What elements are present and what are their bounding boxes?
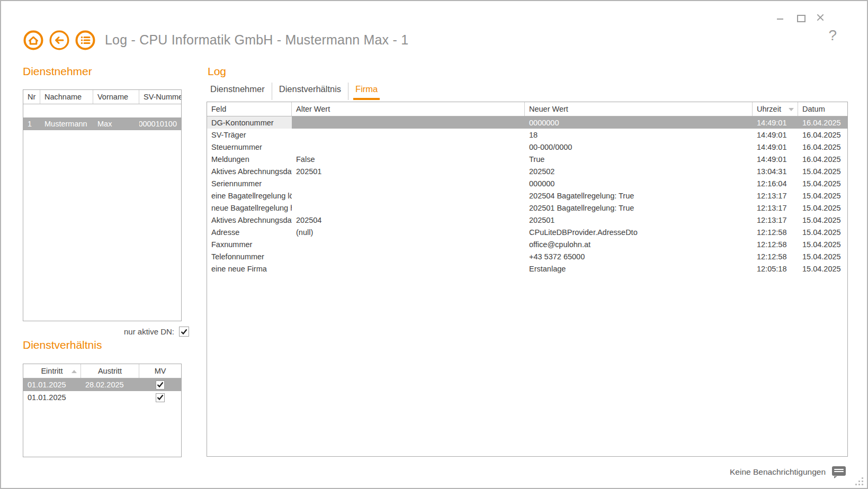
- log-cell: Adresse: [207, 226, 292, 238]
- log-cell: office@cpulohn.at: [525, 238, 753, 250]
- log-cell: 15.04.2025: [798, 214, 847, 226]
- log-cell: 12:13:17: [753, 189, 798, 202]
- navigation-bar: [23, 30, 95, 50]
- log-cell: Meldungen: [207, 153, 292, 165]
- table-row[interactable]: MeldungenFalseTrue14:49:0116.04.2025: [207, 153, 847, 165]
- home-icon[interactable]: [23, 30, 43, 50]
- checkmark-icon: [157, 382, 164, 388]
- log-cell: 12:16:04: [753, 177, 798, 189]
- column-header[interactable]: Austritt: [81, 364, 139, 378]
- dn-svnummer-cell: 0000010100: [139, 117, 181, 130]
- tab-firma[interactable]: Firma: [348, 83, 384, 100]
- log-cell: [292, 262, 525, 275]
- table-row[interactable]: neue Bagatellregelung hi...202501 Bagate…: [207, 202, 847, 214]
- back-icon[interactable]: [49, 30, 69, 50]
- log-cell: Faxnummer: [207, 238, 292, 250]
- resize-grip-icon[interactable]: [855, 477, 864, 486]
- table-row[interactable]: 01.01.202528.02.2025: [23, 378, 181, 391]
- close-icon[interactable]: [817, 14, 824, 21]
- dienstverhaeltnis-heading: Dienstverhältnis: [23, 339, 102, 351]
- log-cell: 12:13:17: [753, 214, 798, 226]
- log-cell: 14:49:01: [753, 153, 798, 165]
- status-bar: Keine Benachrichtigungen: [730, 466, 846, 478]
- column-header[interactable]: Alter Wert: [292, 102, 525, 116]
- dn-table-body: 1MustermannMax0000010100: [23, 117, 181, 130]
- table-row[interactable]: DG-Kontonummer000000014:49:0116.04.2025: [207, 116, 847, 129]
- column-header[interactable]: SV-Nummer: [139, 90, 181, 104]
- checkmark-icon: [157, 394, 164, 401]
- dv-table-body: 01.01.202528.02.202501.01.2025: [23, 378, 181, 404]
- mv-checkbox[interactable]: [156, 381, 165, 390]
- filter-checkbox[interactable]: [179, 327, 189, 337]
- log-cell: 202501: [525, 214, 753, 226]
- log-cell: 12:13:17: [753, 202, 798, 214]
- column-header[interactable]: Nachname: [40, 90, 93, 104]
- table-row[interactable]: SV-Träger1814:49:0116.04.2025: [207, 129, 847, 141]
- column-header[interactable]: Datum: [798, 102, 847, 116]
- column-header[interactable]: MV: [139, 364, 181, 378]
- log-cell: 202504 Bagatellregelung: True: [525, 189, 753, 202]
- log-cell: 12:12:58: [753, 238, 798, 250]
- column-header[interactable]: Nr: [23, 90, 40, 104]
- log-cell: 15.04.2025: [798, 262, 847, 275]
- log-cell: Aktives Abrechnungsdat...: [207, 165, 292, 177]
- log-cell: 15.04.2025: [798, 177, 847, 189]
- table-row[interactable]: Seriennummer00000012:16:0415.04.2025: [207, 177, 847, 189]
- maximize-icon[interactable]: [797, 14, 804, 21]
- menu-list-icon[interactable]: [75, 30, 95, 50]
- log-cell: 202504: [292, 214, 525, 226]
- table-row[interactable]: Faxnummeroffice@cpulohn.at12:12:5815.04.…: [207, 238, 847, 250]
- log-cell: 15.04.2025: [798, 202, 847, 214]
- minimize-icon[interactable]: [776, 14, 784, 21]
- log-cell: 16.04.2025: [798, 129, 847, 141]
- table-row[interactable]: Telefonnummer+43 5372 6500012:12:5815.04…: [207, 250, 847, 262]
- mv-checkbox[interactable]: [156, 393, 165, 402]
- table-row[interactable]: Steuernummer00-000/000014:49:0116.04.202…: [207, 141, 847, 153]
- column-header[interactable]: Neuer Wert: [525, 102, 753, 116]
- tab-dienstverhltnis[interactable]: Dienstverhältnis: [272, 83, 348, 100]
- log-cell: Erstanlage: [525, 262, 753, 275]
- sort-desc-icon: [789, 108, 794, 111]
- table-row[interactable]: Adresse(null)CPuLiteDBProvider.AdresseDt…: [207, 226, 847, 238]
- dv-mv-cell: [139, 391, 181, 404]
- log-cell: DG-Kontonummer: [207, 116, 292, 129]
- log-cell: 14:49:01: [753, 116, 798, 129]
- sort-asc-icon: [71, 370, 77, 373]
- dienstnehmer-heading: Dienstnehmer: [23, 65, 92, 78]
- log-heading: Log: [208, 65, 226, 78]
- column-header[interactable]: Uhrzeit: [753, 102, 798, 116]
- log-cell: 12:05:18: [753, 262, 798, 275]
- table-row[interactable]: 01.01.2025: [23, 391, 181, 404]
- log-cell: Seriennummer: [207, 177, 292, 189]
- table-row[interactable]: eine Bagatellregelung lö...202504 Bagate…: [207, 189, 847, 202]
- log-cell: Aktives Abrechnungsdat...: [207, 214, 292, 226]
- log-cell: 15.04.2025: [798, 238, 847, 250]
- table-row[interactable]: eine neue FirmaErstanlage12:05:1815.04.2…: [207, 262, 847, 275]
- log-cell: [292, 202, 525, 214]
- log-cell: 00-000/0000: [525, 141, 753, 153]
- log-cell: [292, 250, 525, 262]
- log-cell: 202501: [292, 165, 525, 177]
- log-cell: 14:49:01: [753, 129, 798, 141]
- column-header[interactable]: Vorname: [93, 90, 139, 104]
- table-row[interactable]: Aktives Abrechnungsdat...20250420250112:…: [207, 214, 847, 226]
- tab-dienstnehmer[interactable]: Dienstnehmer: [203, 83, 272, 100]
- log-cell: 16.04.2025: [798, 141, 847, 153]
- table-row[interactable]: 1MustermannMax0000010100: [23, 117, 181, 130]
- table-row[interactable]: Aktives Abrechnungsdat...20250120250213:…: [207, 165, 847, 177]
- log-cell: [292, 189, 525, 202]
- column-header[interactable]: Eintritt: [23, 364, 81, 378]
- column-header[interactable]: Feld: [207, 102, 292, 116]
- log-cell: SV-Träger: [207, 129, 292, 141]
- app-window: ? Log - CPU Informatik GmbH - Mustermann…: [0, 0, 868, 489]
- log-cell: [292, 141, 525, 153]
- checkmark-icon: [181, 329, 187, 335]
- active-dn-filter: nur aktive DN:: [23, 327, 189, 337]
- log-cell: Steuernummer: [207, 141, 292, 153]
- help-icon[interactable]: ?: [828, 28, 837, 43]
- log-cell: 202501 Bagatellregelung: True: [525, 202, 753, 214]
- notifications-icon[interactable]: [831, 466, 846, 478]
- dn-nr-cell: 1: [23, 117, 40, 130]
- log-table-header: FeldAlter WertNeuer WertUhrzeitDatum: [207, 102, 847, 116]
- log-table: FeldAlter WertNeuer WertUhrzeitDatum DG-…: [207, 102, 848, 457]
